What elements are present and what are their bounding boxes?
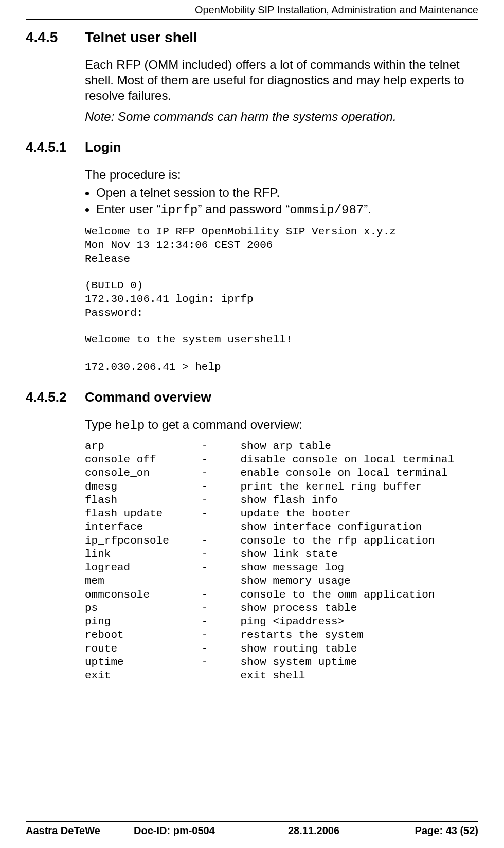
section-number: 4.4.5 bbox=[26, 29, 85, 46]
footer-company: Aastra DeTeWe bbox=[26, 825, 134, 837]
section-title: Telnet user shell bbox=[85, 29, 197, 46]
intro-block: Each RFP (OMM included) offers a lot of … bbox=[26, 57, 478, 124]
command-listing: arp - show arp table console_off - disab… bbox=[85, 440, 478, 683]
heading-4-4-5-2: 4.4.5.2 Command overview bbox=[26, 389, 478, 405]
code-inline: iprfp bbox=[160, 203, 197, 217]
text: Enter user “ bbox=[96, 202, 160, 216]
footer-page: Page: 43 (52) bbox=[396, 825, 478, 837]
heading-4-4-5: 4.4.5 Telnet user shell bbox=[26, 29, 478, 46]
cmd-overview-block: Type help to get a command overview: arp… bbox=[26, 418, 478, 683]
console-output: Welcome to IP RFP OpenMobility SIP Versi… bbox=[85, 225, 478, 374]
footer-doc-id: Doc-ID: pm-0504 bbox=[134, 825, 288, 837]
code-inline: help bbox=[115, 419, 145, 432]
code-inline: ommsip/987 bbox=[290, 203, 364, 217]
page: OpenMobility SIP Installation, Administr… bbox=[0, 0, 504, 848]
section-number: 4.4.5.1 bbox=[26, 139, 85, 155]
footer-date: 28.11.2006 bbox=[288, 825, 396, 837]
procedure-lead: The procedure is: bbox=[85, 168, 478, 182]
list-item: Open a telnet session to the RFP. bbox=[96, 185, 478, 201]
page-footer: Aastra DeTeWe Doc-ID: pm-0504 28.11.2006… bbox=[26, 821, 478, 837]
note-paragraph: Note: Some commands can harm the systems… bbox=[85, 110, 478, 124]
text: ”. bbox=[364, 202, 371, 216]
list-item: Enter user “iprfp” and password “ommsip/… bbox=[96, 202, 478, 218]
section-number: 4.4.5.2 bbox=[26, 389, 85, 405]
text: to get a command overview: bbox=[145, 418, 302, 431]
login-block: The procedure is: Open a telnet session … bbox=[26, 168, 478, 374]
section-title: Login bbox=[85, 139, 121, 155]
running-header: OpenMobility SIP Installation, Administr… bbox=[26, 0, 478, 20]
procedure-bullets: Open a telnet session to the RFP. Enter … bbox=[85, 185, 478, 218]
text: ” and password “ bbox=[197, 202, 290, 216]
intro-paragraph: Each RFP (OMM included) offers a lot of … bbox=[85, 57, 478, 103]
text: Type bbox=[85, 418, 115, 431]
heading-4-4-5-1: 4.4.5.1 Login bbox=[26, 139, 478, 155]
cmd-overview-lead: Type help to get a command overview: bbox=[85, 418, 478, 432]
section-title: Command overview bbox=[85, 389, 211, 405]
